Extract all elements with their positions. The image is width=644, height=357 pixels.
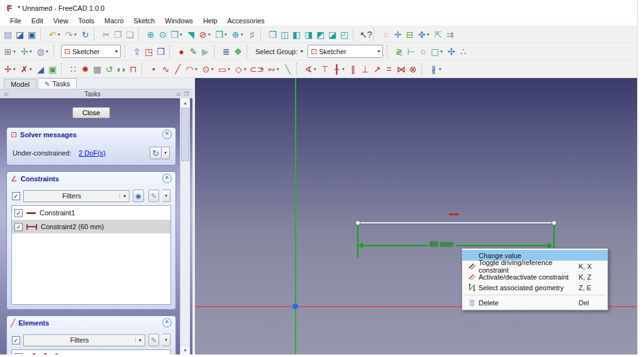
- toggle-snap-button[interactable]: ✢▾: [18, 45, 35, 59]
- create-clone-button[interactable]: ▣: [47, 62, 58, 76]
- show-knot-points-button[interactable]: ✣: [445, 45, 457, 59]
- constrain-equal-button[interactable]: =: [383, 62, 395, 76]
- toggle-driving-constraint-button[interactable]: ∦▾: [428, 62, 444, 76]
- scrollbar-thumb[interactable]: [181, 108, 189, 161]
- dimension-line-right[interactable]: [456, 245, 549, 246]
- left-view-button[interactable]: ◰: [338, 28, 350, 42]
- constrain-dimension-button[interactable]: ∢▾: [303, 62, 319, 76]
- constraint-settings-dropdown[interactable]: ▾: [162, 190, 170, 202]
- select-group-label[interactable]: Select Group:▼: [253, 48, 306, 55]
- elements-filter-combo[interactable]: Filters ▾: [23, 334, 145, 346]
- scroll-up-icon[interactable]: ▲: [180, 98, 190, 108]
- create-rectangle-button[interactable]: ▭▾: [216, 62, 233, 76]
- toggle-grid-button[interactable]: ⊞▾: [2, 45, 18, 59]
- periodic-bspline-button[interactable]: ◖◗: [115, 62, 127, 76]
- constrain-parallel-button[interactable]: ∥: [347, 62, 359, 76]
- origin-point[interactable]: [292, 303, 298, 309]
- view-sketch-button[interactable]: ◳: [143, 45, 155, 59]
- create-polygon-button[interactable]: ◇▾: [233, 62, 249, 76]
- zoom-selection-button[interactable]: ⊙: [157, 28, 169, 42]
- clipping-plane-button[interactable]: ⊘▾: [197, 28, 213, 42]
- merge-sketches-button[interactable]: ⇉: [444, 28, 456, 42]
- constraints-filter-checkbox[interactable]: ✓: [12, 192, 20, 200]
- macro-record-button[interactable]: ●: [175, 45, 187, 59]
- create-bspline-button[interactable]: ∾▾: [265, 62, 282, 76]
- create-circle-button[interactable]: ⊙▾: [200, 62, 216, 76]
- open-document-button[interactable]: ◪: [14, 28, 26, 42]
- float-window-icon[interactable]: ❐: [182, 91, 190, 97]
- measure-button[interactable]: ♯: [246, 28, 258, 42]
- menu-item-toggle-driving[interactable]: Toggle driving/reference constraint K, X: [462, 261, 608, 271]
- element1-checkbox[interactable]: ✓: [14, 353, 23, 355]
- constraints-header[interactable]: ∠ Constraints ^: [7, 172, 175, 185]
- select-elements-axes-button[interactable]: ✛▾: [2, 62, 18, 76]
- polyline-tools-button[interactable]: ⊓: [127, 62, 139, 76]
- menu-tools[interactable]: Tools: [73, 16, 99, 26]
- menu-macro[interactable]: Macro: [99, 16, 129, 26]
- front-view-button[interactable]: ◫: [279, 28, 291, 42]
- show-points-button[interactable]: ∷: [67, 62, 79, 76]
- axonometric-views-button[interactable]: ❒▾: [169, 28, 185, 42]
- dependency-tree-button[interactable]: ≣: [220, 45, 232, 59]
- undo-button[interactable]: ↶▾: [47, 28, 63, 42]
- constraints-filter-combo[interactable]: Filters ▾: [23, 190, 130, 202]
- view-section-button[interactable]: ❒: [155, 45, 167, 59]
- dof-link[interactable]: 2 DoF(s): [79, 149, 106, 157]
- tab-model[interactable]: Model: [4, 79, 36, 89]
- right-view-button[interactable]: ◨: [303, 28, 314, 42]
- menu-accessories[interactable]: Accessories: [223, 16, 270, 26]
- select-associated-geometry-tool-button[interactable]: ⊢: [405, 45, 417, 59]
- validate-sketch-button[interactable]: ◌: [380, 28, 392, 42]
- switch-virtual-space-button[interactable]: ▩: [91, 62, 103, 76]
- create-arc-button[interactable]: ◠▾: [184, 62, 200, 76]
- menu-sketch[interactable]: Sketch: [129, 16, 160, 26]
- elements-filter-checkbox[interactable]: ✓: [12, 336, 20, 344]
- horizontal-constraint-mark[interactable]: [449, 213, 458, 215]
- show-constraints-button[interactable]: ◉: [133, 190, 144, 202]
- collapse-chevron-icon[interactable]: ^: [162, 130, 172, 139]
- menu-item-activate-constraint[interactable]: Activate/deactivate constraint K, Z: [462, 271, 608, 282]
- dimension-line-left[interactable]: [362, 245, 428, 246]
- new-document-button[interactable]: ▤: [2, 28, 14, 42]
- constraint-settings-button[interactable]: ✎: [148, 190, 159, 202]
- zoom-tools-button[interactable]: ⊕▾: [230, 28, 246, 42]
- align-to-selection-button[interactable]: ◥: [185, 28, 197, 42]
- auto-update-dropdown[interactable]: ▾: [162, 147, 170, 159]
- sketch-line[interactable]: [358, 222, 555, 224]
- top-view-button[interactable]: ◧: [291, 28, 303, 42]
- leave-sketch-button[interactable]: ⇧: [131, 45, 143, 59]
- show-bspline-frame-button[interactable]: ▢▾: [429, 45, 445, 59]
- scene-inspector-button[interactable]: ❖: [232, 45, 244, 59]
- workbench-selector[interactable]: ⊡Sketcher▾: [61, 45, 121, 58]
- constrain-perpendicular-button[interactable]: ⊥: [359, 62, 371, 76]
- constraint-row-1[interactable]: ✓ Constraint1: [12, 206, 170, 220]
- sketch-point-start[interactable]: [355, 220, 360, 225]
- construction-mode-button[interactable]: ╲: [282, 62, 294, 76]
- panel-scrollbar[interactable]: ▲ ▼: [180, 98, 190, 354]
- element-settings-button[interactable]: ✎: [148, 334, 159, 346]
- create-polyline-button[interactable]: ∿: [160, 62, 172, 76]
- element-row-1[interactable]: ✓ — 1-Line: [12, 350, 170, 354]
- group-selector[interactable]: ⊡Sketcher▾: [308, 45, 383, 58]
- zoom-fit-all-button[interactable]: ⊕: [145, 28, 157, 42]
- show-multiplicity-button[interactable]: ∴: [457, 45, 469, 59]
- menu-view[interactable]: View: [48, 16, 74, 26]
- whats-this-button[interactable]: ↖?: [359, 28, 371, 42]
- constrain-tangent-button[interactable]: ↗: [371, 62, 383, 76]
- add-auto-constraints-button[interactable]: ✛: [392, 28, 404, 42]
- create-line-button[interactable]: ╱: [172, 62, 184, 76]
- close-button[interactable]: Close: [72, 107, 110, 118]
- delete-geometry-button[interactable]: ✗▾: [18, 62, 35, 76]
- menu-item-delete[interactable]: Delete Del: [462, 297, 608, 308]
- constrain-lock-button[interactable]: ⊤: [319, 62, 331, 76]
- show-geometry-info-button[interactable]: ≷: [393, 45, 405, 59]
- tab-tasks[interactable]: ✎Tasks: [38, 78, 77, 89]
- menu-edit[interactable]: Edit: [26, 16, 48, 26]
- redo-button[interactable]: ↷▾: [63, 28, 79, 42]
- constrain-block-button[interactable]: ⊗: [407, 62, 419, 76]
- draw-style-button[interactable]: ❒▾: [213, 28, 230, 42]
- solver-messages-header[interactable]: ⊡ Solver messages ^: [7, 128, 175, 141]
- collapse-chevron-icon[interactable]: ^: [162, 318, 172, 327]
- dock-window-icon[interactable]: ▭: [175, 91, 182, 97]
- macro-edit-button[interactable]: ✎: [187, 45, 199, 59]
